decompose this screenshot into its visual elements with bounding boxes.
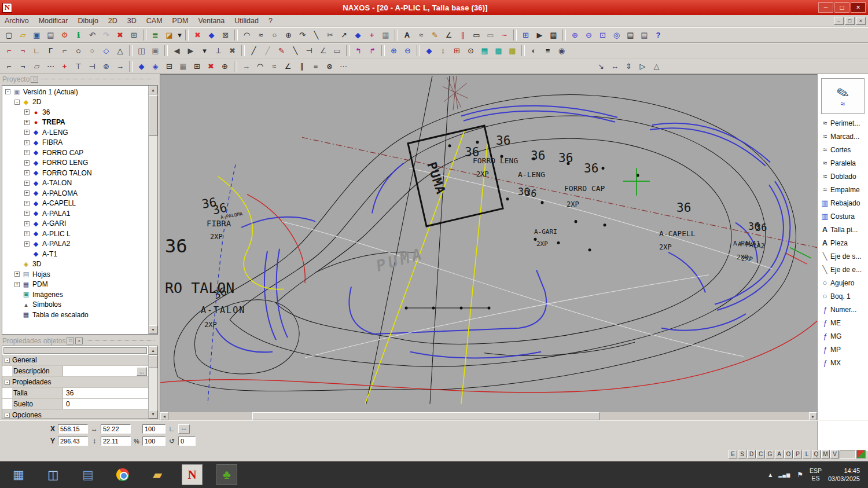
- tool-doblado[interactable]: ≈ Doblado: [818, 170, 868, 183]
- save-icon[interactable]: ▣: [30, 29, 43, 41]
- menu-item[interactable]: PDM: [172, 17, 189, 25]
- menu-item[interactable]: ?: [269, 17, 273, 25]
- arrow-line-icon[interactable]: ↗: [337, 29, 351, 41]
- zoom-out-icon[interactable]: ⊖: [582, 29, 595, 41]
- tree-expand-toggle[interactable]: +: [24, 170, 30, 175]
- arrow-right-icon[interactable]: ▶: [184, 45, 197, 57]
- grid-teal-icon[interactable]: ▦: [478, 45, 491, 57]
- tool-eje-de-e[interactable]: ╲ Eje de e...: [818, 263, 868, 276]
- tool-pieza[interactable]: A Pieza: [818, 236, 868, 249]
- child-minimize-button[interactable]: –: [834, 17, 844, 25]
- perpendicular-icon[interactable]: ⊥: [212, 45, 225, 57]
- tool-empalme[interactable]: ≈ Empalme: [818, 183, 868, 196]
- height-input[interactable]: 22.11: [101, 436, 131, 446]
- triangle-right-icon[interactable]: ▷: [636, 60, 649, 72]
- tree-item-36[interactable]: + ● 36: [2, 107, 148, 118]
- tool-agujero[interactable]: ○ Agujero: [818, 276, 868, 289]
- toolbar-separator[interactable]: [234, 61, 237, 72]
- tool-mx[interactable]: ƒ MX: [818, 356, 868, 369]
- tree-expand-toggle[interactable]: +: [24, 181, 30, 186]
- tool-cortes[interactable]: ≈ Cortes: [818, 143, 868, 156]
- delete-piece-icon[interactable]: ✖: [191, 29, 204, 41]
- corner-small-icon[interactable]: ⌐: [58, 45, 71, 57]
- arrow-left-icon[interactable]: ◀: [170, 45, 183, 57]
- target2-icon[interactable]: ⊕: [218, 60, 231, 72]
- scroll-thumb[interactable]: [149, 96, 157, 136]
- arc-icon[interactable]: ◠: [240, 29, 253, 41]
- y-coordinate-input[interactable]: 296.43: [58, 436, 88, 446]
- property-value[interactable]: [63, 366, 137, 376]
- property-suelto[interactable]: Suelto 0: [2, 399, 148, 410]
- toolbar-separator[interactable]: [417, 45, 420, 56]
- wave-icon[interactable]: ≈: [254, 29, 267, 41]
- canvas-horizontal-scrollbar[interactable]: ◂ ▸: [160, 412, 817, 420]
- corner3-icon[interactable]: ⌐: [2, 60, 16, 72]
- tree-expand-toggle[interactable]: +: [24, 231, 30, 236]
- grid-red-icon[interactable]: ⊞: [450, 45, 464, 57]
- menu-item[interactable]: CAM: [146, 17, 163, 25]
- property-talla[interactable]: Talla 36: [2, 388, 148, 399]
- corner-tl-icon[interactable]: ⌐: [2, 45, 16, 57]
- rectangle-icon[interactable]: ▭: [470, 29, 483, 41]
- menu-item[interactable]: 3D: [127, 17, 137, 25]
- copy-icon[interactable]: ◫: [135, 45, 148, 57]
- tool-marcado[interactable]: ≈ Marcad...: [818, 130, 868, 143]
- parallel-red-icon[interactable]: ∥: [456, 29, 469, 41]
- arrow-icon[interactable]: →: [113, 60, 127, 72]
- panel-pin-button[interactable]: □: [31, 76, 38, 83]
- tree-item-3d[interactable]: ◈ 3D: [2, 259, 148, 270]
- box-olive-icon[interactable]: ▩: [506, 45, 519, 57]
- sketch-tool-box[interactable]: ✎ ≈: [821, 78, 865, 114]
- half-circle-icon[interactable]: ◐: [527, 45, 540, 57]
- ellipse-icon[interactable]: ○: [72, 45, 85, 57]
- open-file-icon[interactable]: ▱: [16, 29, 30, 41]
- arrow-lr-icon[interactable]: ↔: [608, 60, 621, 72]
- toolbar-separator[interactable]: [129, 45, 133, 56]
- target-box-icon[interactable]: ⊠: [219, 29, 232, 41]
- plant-icon[interactable]: ♣: [216, 464, 237, 485]
- grid-icon[interactable]: ⊞: [127, 29, 141, 41]
- tree-item-a-pala1[interactable]: + ◆ A-PALA1: [2, 208, 148, 219]
- scroll-left-icon[interactable]: ◂: [160, 412, 168, 420]
- toolbar-separator[interactable]: [164, 45, 168, 56]
- toolbar-separator[interactable]: [346, 45, 350, 56]
- properties-section-propiedades[interactable]: - Propiedades: [2, 377, 148, 388]
- section-toggle[interactable]: -: [5, 413, 10, 418]
- arc2-icon[interactable]: ◠: [253, 60, 267, 72]
- tree-expand-toggle[interactable]: +: [24, 120, 30, 125]
- toolbar-separator[interactable]: [562, 30, 566, 41]
- tree-item-forro-cap[interactable]: + ◆ FORRO CAP: [2, 148, 148, 158]
- menu-item[interactable]: Utilidad: [234, 17, 259, 25]
- scissors-icon[interactable]: ✂: [323, 29, 337, 41]
- tree-expand-toggle[interactable]: +: [24, 150, 30, 155]
- circle-icon[interactable]: ○: [268, 29, 281, 41]
- tree-expand-toggle[interactable]: +: [24, 201, 30, 206]
- more-dots-icon[interactable]: ⋯: [337, 60, 350, 72]
- properties-section-general[interactable]: - General: [2, 355, 148, 366]
- menu-item[interactable]: Ventana: [198, 17, 225, 25]
- plus-red-icon[interactable]: +: [58, 60, 71, 72]
- tool-eje-de-s[interactable]: ╲ Eje de s...: [818, 249, 868, 263]
- freehand-icon[interactable]: ≈: [414, 29, 428, 41]
- scroll-up-icon[interactable]: ▴: [149, 86, 157, 94]
- hatch-icon[interactable]: ▦: [379, 29, 392, 41]
- layout-indicator-icon[interactable]: [856, 450, 866, 458]
- tree-expand-toggle[interactable]: +: [24, 211, 30, 216]
- status-letter[interactable]: M: [821, 450, 830, 458]
- wave2-icon[interactable]: ≈: [267, 60, 281, 72]
- tree-expand-toggle[interactable]: +: [24, 241, 30, 247]
- corner-tr-icon[interactable]: ¬: [16, 45, 30, 57]
- panel-close-button[interactable]: ×: [75, 337, 83, 344]
- tree-item-hojas[interactable]: + ▤ Hojas: [2, 269, 148, 280]
- more-options-button[interactable]: ⋯: [178, 424, 190, 434]
- list-icon[interactable]: ≡: [541, 45, 554, 57]
- cad-drawing[interactable]: [160, 75, 817, 412]
- hatch2-icon[interactable]: ▦: [176, 60, 190, 72]
- tack-icon[interactable]: ⊣: [303, 45, 316, 57]
- piece-diamond-icon[interactable]: ◆: [205, 29, 218, 41]
- status-letter[interactable]: Q: [812, 450, 821, 458]
- child-restore-button[interactable]: □: [845, 17, 855, 25]
- drawing-canvas[interactable]: 363636A-PALOMAFIBRA2XPRO TALON36A-TALON2…: [160, 74, 817, 420]
- toolbar-separator[interactable]: [513, 30, 517, 41]
- status-letter[interactable]: C: [756, 450, 765, 458]
